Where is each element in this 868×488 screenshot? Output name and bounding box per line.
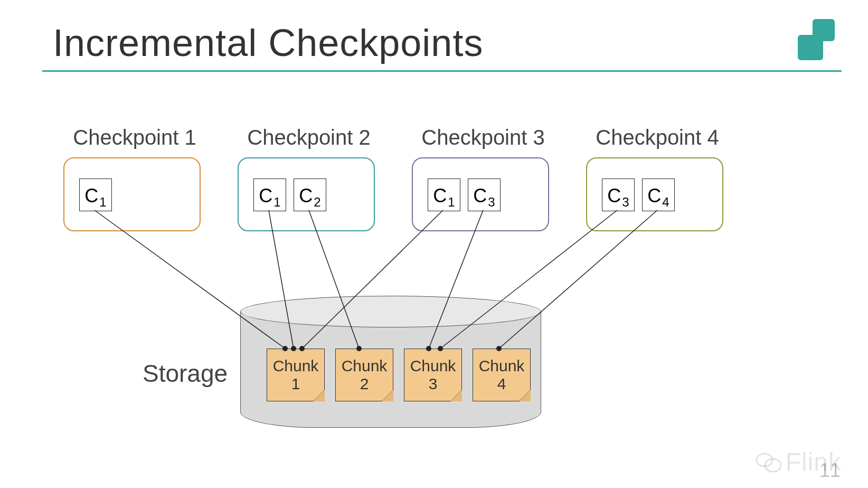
checkpoint-1-ref-1: C1 [79, 179, 112, 211]
chunk-3: Chunk 3 [404, 349, 462, 401]
checkpoint-1-label: Checkpoint 1 [63, 126, 206, 149]
storage-label: Storage [143, 359, 228, 388]
checkpoint-3-ref-2: C3 [468, 179, 501, 211]
checkpoint-3-ref-1: C1 [428, 179, 460, 211]
chunk-2: Chunk 2 [335, 349, 393, 401]
chat-icon [755, 451, 782, 474]
checkpoint-4-ref-1: C3 [602, 179, 635, 211]
checkpoint-2-box: C1 C2 [238, 157, 375, 231]
chunk-1: Chunk 1 [267, 349, 325, 401]
checkpoint-4-ref-2: C4 [642, 179, 675, 211]
page-number: 11 [819, 459, 841, 482]
checkpoint-3-label: Checkpoint 3 [412, 126, 554, 149]
diagram: Checkpoint 1 C1 Checkpoint 2 C1 C2 Check… [0, 0, 868, 488]
checkpoint-2-label: Checkpoint 2 [238, 126, 380, 149]
checkpoint-2-ref-2: C2 [294, 179, 326, 211]
chunk-4: Chunk 4 [473, 349, 531, 401]
checkpoint-1-box: C1 [63, 157, 201, 231]
checkpoint-3-box: C1 C3 [412, 157, 549, 231]
checkpoint-4-box: C3 C4 [586, 157, 723, 231]
checkpoint-2-ref-1: C1 [253, 179, 286, 211]
checkpoint-4-label: Checkpoint 4 [586, 126, 729, 149]
